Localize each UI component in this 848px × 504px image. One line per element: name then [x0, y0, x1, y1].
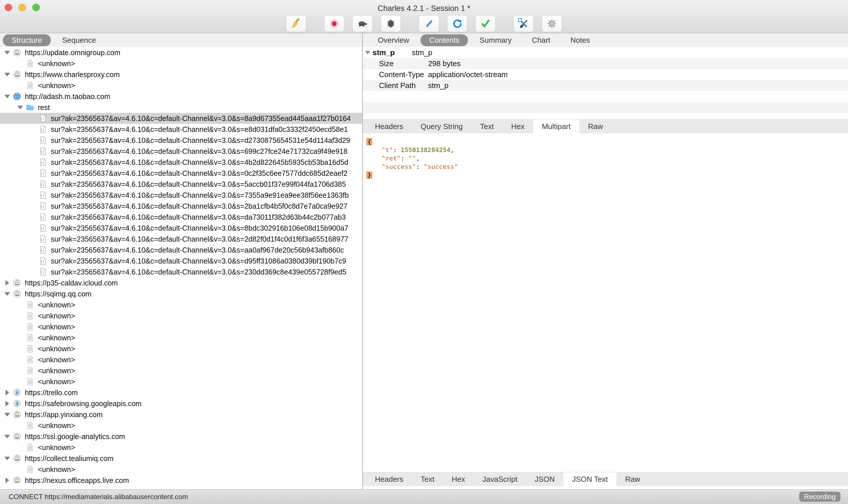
tab-sequence[interactable]: Sequence — [54, 34, 105, 46]
request-tab-text[interactable]: Text — [471, 120, 503, 133]
tree-row[interactable]: <unknown> — [0, 365, 362, 376]
expander-down-icon[interactable] — [3, 413, 12, 416]
tree-row[interactable]: sur?ak=23565637&av=4.6.10&c=default-Chan… — [0, 201, 362, 212]
request-tab-query-string[interactable]: Query String — [412, 120, 471, 133]
unknown-request-icon — [26, 81, 34, 90]
tree-row[interactable]: sur?ak=23565637&av=4.6.10&c=default-Chan… — [0, 146, 362, 157]
tree-row[interactable]: <unknown> — [0, 310, 362, 321]
request-tab-hex[interactable]: Hex — [503, 120, 533, 133]
tree-row[interactable]: sur?ak=23565637&av=4.6.10&c=default-Chan… — [0, 135, 362, 146]
tree-row[interactable]: https://sqimg.qq.com — [0, 288, 362, 299]
breakpoints-button[interactable] — [381, 15, 401, 32]
tree-row[interactable]: https://update.omnigroup.com — [0, 47, 362, 58]
table-empty-row — [363, 102, 848, 113]
json-text-view[interactable]: { "t": 1550138284254, "ret": "", "succes… — [363, 133, 848, 472]
record-button[interactable] — [324, 15, 344, 32]
tree-row[interactable]: <unknown> — [0, 80, 362, 91]
tree-row[interactable]: sur?ak=23565637&av=4.6.10&c=default-Chan… — [0, 245, 362, 255]
request-icon — [39, 114, 47, 123]
tree-row[interactable]: https://app.yinxiang.com — [0, 409, 362, 420]
tree-row[interactable]: sur?ak=23565637&av=4.6.10&c=default-Chan… — [0, 113, 362, 124]
expander-down-icon[interactable] — [3, 292, 12, 296]
tree-row[interactable]: <unknown> — [0, 464, 362, 475]
tree-row[interactable]: <unknown> — [0, 321, 362, 332]
throttling-button[interactable] — [353, 15, 373, 32]
toolbar-group — [419, 15, 495, 32]
tree-row[interactable]: https://trello.com — [0, 387, 362, 398]
request-tab-multipart[interactable]: Multipart — [533, 120, 579, 133]
tree-row[interactable]: sur?ak=23565637&av=4.6.10&c=default-Chan… — [0, 168, 362, 179]
tree-label: sur?ak=23565637&av=4.6.10&c=default-Chan… — [51, 158, 348, 166]
tree-row[interactable]: sur?ak=23565637&av=4.6.10&c=default-Chan… — [0, 212, 362, 222]
expander-right-icon[interactable] — [3, 280, 12, 286]
compose-button[interactable] — [419, 15, 439, 32]
tree-row[interactable]: <unknown> — [0, 420, 362, 431]
field-value: 298 bytes — [428, 59, 848, 68]
tree-row[interactable]: <unknown> — [0, 332, 362, 343]
tree-label: sur?ak=23565637&av=4.6.10&c=default-Chan… — [51, 235, 348, 244]
expander-down-icon[interactable] — [3, 95, 12, 98]
response-tab-headers[interactable]: Headers — [366, 472, 412, 486]
tab-structure[interactable]: Structure — [3, 34, 51, 46]
response-tab-raw[interactable]: Raw — [616, 472, 649, 486]
host-tree[interactable]: https://update.omnigroup.com<unknown>htt… — [0, 47, 362, 490]
expander-right-icon[interactable] — [3, 478, 12, 483]
expander-down-icon[interactable] — [16, 106, 24, 109]
tab-summary[interactable]: Summary — [471, 34, 520, 46]
tree-row[interactable]: <unknown> — [0, 58, 362, 69]
repeat-button[interactable] — [447, 15, 467, 32]
response-tab-json[interactable]: JSON — [526, 472, 563, 486]
right-tabstrip: OverviewContentsSummaryChartNotes — [363, 33, 848, 47]
expander-down-icon[interactable] — [3, 73, 12, 76]
table-row[interactable]: Content-Typeapplication/octet-stream — [363, 69, 848, 80]
tree-row[interactable]: sur?ak=23565637&av=4.6.10&c=default-Chan… — [0, 124, 362, 135]
table-row[interactable]: Size298 bytes — [363, 58, 848, 69]
request-icon — [39, 235, 47, 244]
response-tab-text[interactable]: Text — [412, 472, 443, 486]
expander-down-icon[interactable] — [3, 457, 12, 461]
expander-right-icon[interactable] — [3, 390, 12, 395]
tree-row[interactable]: https://collect.tealiumiq.com — [0, 453, 362, 464]
expander-down-icon[interactable] — [3, 51, 12, 55]
tree-row[interactable]: <unknown> — [0, 299, 362, 310]
tree-row[interactable]: rest — [0, 102, 362, 113]
tree-row[interactable]: sur?ak=23565637&av=4.6.10&c=default-Chan… — [0, 234, 362, 245]
tab-contents[interactable]: Contents — [420, 34, 468, 46]
settings-button[interactable] — [542, 15, 562, 32]
field-label: Client Path — [363, 81, 428, 90]
tree-row[interactable]: sur?ak=23565637&av=4.6.10&c=default-Chan… — [0, 190, 362, 201]
tools-button[interactable] — [513, 15, 534, 32]
expander-right-icon[interactable] — [3, 401, 12, 407]
tab-chart[interactable]: Chart — [523, 34, 559, 46]
response-tab-javascript[interactable]: JavaScript — [474, 472, 526, 486]
tree-row[interactable]: <unknown> — [0, 354, 362, 365]
tree-row[interactable]: sur?ak=23565637&av=4.6.10&c=default-Chan… — [0, 179, 362, 190]
expander-down-icon[interactable] — [363, 51, 373, 54]
tree-label: <unknown> — [38, 312, 75, 320]
clear-session-button[interactable] — [286, 15, 306, 32]
response-tab-json-text[interactable]: JSON Text — [563, 472, 616, 486]
tree-row[interactable]: sur?ak=23565637&av=4.6.10&c=default-Chan… — [0, 266, 362, 277]
request-tab-headers[interactable]: Headers — [366, 120, 412, 133]
tree-row[interactable]: <unknown> — [0, 442, 362, 453]
tree-row[interactable]: https://p35-caldav.icloud.com — [0, 277, 362, 288]
tree-row[interactable]: https://www.charlesproxy.com — [0, 69, 362, 80]
tree-row[interactable]: <unknown> — [0, 343, 362, 354]
titlebar[interactable]: Charles 4.2.1 - Session 1 * — [0, 0, 848, 15]
table-row[interactable]: Client Pathstm_p — [363, 80, 848, 91]
tree-row[interactable]: sur?ak=23565637&av=4.6.10&c=default-Chan… — [0, 157, 362, 168]
tree-row[interactable]: sur?ak=23565637&av=4.6.10&c=default-Chan… — [0, 222, 362, 234]
tree-row[interactable]: https://ssl.google-analytics.com — [0, 431, 362, 442]
tab-overview[interactable]: Overview — [369, 34, 418, 46]
expander-down-icon[interactable] — [3, 435, 12, 438]
validate-button[interactable] — [475, 15, 495, 32]
request-tab-raw[interactable]: Raw — [579, 120, 612, 133]
tree-row[interactable]: https://safebrowsing.googleapis.com — [0, 398, 362, 409]
tree-row[interactable]: http://adash.m.taobao.com — [0, 91, 362, 102]
tab-notes[interactable]: Notes — [562, 34, 599, 46]
response-tab-hex[interactable]: Hex — [443, 472, 474, 486]
table-row[interactable]: stm_pstm_p — [363, 47, 848, 58]
tree-row[interactable]: https://nexus.officeapps.live.com — [0, 475, 362, 486]
tree-row[interactable]: <unknown> — [0, 376, 362, 387]
tree-row[interactable]: sur?ak=23565637&av=4.6.10&c=default-Chan… — [0, 255, 362, 266]
